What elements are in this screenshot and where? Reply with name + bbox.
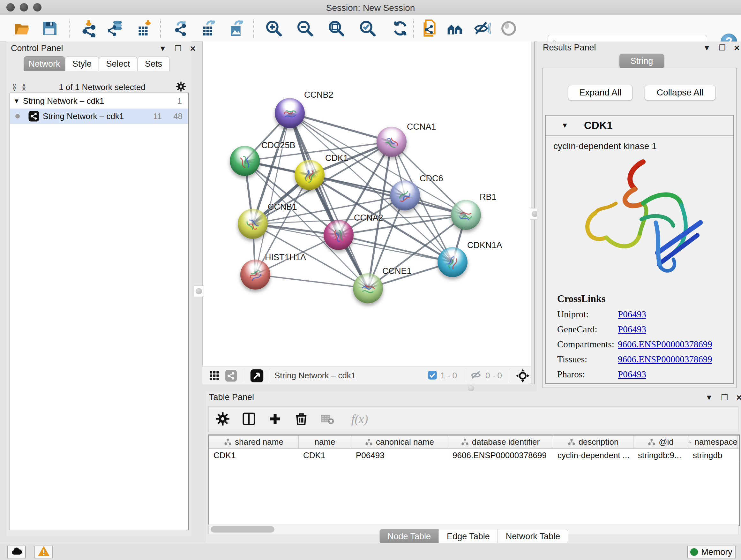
crosslink-link[interactable]: 9606.ENSP00000378699 (618, 354, 712, 365)
node-CCNA1[interactable] (377, 127, 407, 157)
columns-icon[interactable] (241, 411, 257, 427)
refresh-icon[interactable] (391, 19, 409, 37)
float-panel-icon[interactable]: ❒ (175, 44, 182, 53)
tab-edge-table[interactable]: Edge Table (439, 529, 498, 544)
table-row[interactable]: CDK1CDK1P064939606.ENSP00000378699cyclin… (209, 449, 739, 462)
close-panel-icon[interactable]: × (736, 394, 741, 401)
crosslink-link[interactable]: P06493 (618, 309, 646, 320)
node-CDC6[interactable] (390, 180, 420, 210)
node-CDKN1A[interactable] (437, 247, 468, 277)
close-panel-icon[interactable]: × (190, 45, 196, 52)
string-network-icon (25, 111, 43, 122)
node-CCNB2[interactable] (275, 98, 305, 128)
open-in-window-icon[interactable] (249, 368, 265, 384)
tab-string[interactable]: String (619, 54, 664, 68)
node-CCNB1[interactable] (238, 209, 268, 239)
warnings-button[interactable] (35, 546, 53, 558)
column-header-namespace[interactable]: namespace (688, 435, 738, 448)
tab-network[interactable]: Network (23, 56, 65, 71)
share-network-icon[interactable] (223, 368, 239, 384)
tab-style[interactable]: Style (65, 56, 99, 71)
column-header-name[interactable]: name (299, 435, 351, 448)
zoom-fit-icon[interactable] (327, 19, 345, 37)
crosslink-link[interactable]: P06493 (618, 324, 646, 334)
table-cell[interactable]: P06493 (351, 449, 448, 462)
tab-sets[interactable]: Sets (137, 56, 170, 71)
network-options-gear-icon[interactable] (176, 81, 186, 93)
selected-checkbox[interactable] (428, 370, 437, 381)
table-cell[interactable]: stringdb (688, 449, 738, 462)
node-CDK1[interactable] (294, 160, 325, 190)
edge-CCNB2-HIST1H1A[interactable] (255, 113, 290, 274)
network-canvas[interactable]: CCNB2CCNA1CDC25BCDK1CDC6RB1CCNB1CCNA2CDK… (202, 42, 535, 367)
collection-expander-icon[interactable]: ▼ (10, 98, 23, 105)
column-header-canonical-name[interactable]: canonical name (351, 435, 448, 448)
column-header-description[interactable]: description (553, 435, 633, 448)
save-session-icon[interactable] (41, 19, 59, 37)
clear-table-icon[interactable] (319, 411, 336, 427)
collapse-section-icon[interactable]: ▼ (546, 121, 584, 130)
expand-all-icon[interactable]: ∧∧ (19, 84, 29, 91)
edge-HIST1H1A-CCNE1[interactable] (255, 274, 368, 288)
expand-all-button[interactable]: Expand All (568, 85, 632, 100)
network-document-icon[interactable] (421, 19, 439, 37)
crosslink-link[interactable]: P06493 (618, 369, 646, 380)
hide-panels-icon[interactable] (473, 19, 491, 37)
delete-column-icon[interactable] (293, 411, 310, 427)
table-cell[interactable]: CDK1 (299, 449, 351, 462)
close-panel-icon[interactable]: × (734, 45, 740, 51)
pan-crosshair-icon[interactable] (515, 368, 531, 384)
horizontal-splitter-handle[interactable] (468, 385, 474, 391)
grid-view-icon[interactable] (206, 368, 223, 384)
crosslink-link[interactable]: 9606.ENSP00000378699 (618, 339, 712, 350)
panel-menu-icon[interactable]: ▼ (703, 44, 711, 52)
collapse-all-icon[interactable]: ∨∨ (10, 84, 19, 91)
table-cell[interactable]: CDK1 (209, 449, 299, 462)
panel-menu-icon[interactable]: ▼ (159, 44, 166, 53)
left-splitter-handle[interactable] (194, 286, 204, 297)
table-cell[interactable]: 9606.ENSP00000378699 (448, 449, 553, 462)
node-CCNE1[interactable] (353, 273, 383, 303)
first-neighbors-icon[interactable] (446, 19, 464, 37)
zoom-out-icon[interactable] (296, 19, 314, 37)
export-network-icon[interactable] (172, 19, 190, 37)
zoom-in-icon[interactable] (265, 19, 283, 37)
network-row[interactable]: String Network – cdk1 11 48 (10, 109, 188, 124)
cloud-button[interactable] (7, 546, 26, 558)
float-panel-icon[interactable]: ❒ (719, 44, 726, 52)
column-header-shared-name[interactable]: shared name (209, 435, 299, 448)
network-edges-layer (203, 42, 535, 367)
column-header-database-identifier[interactable]: database identifier (448, 435, 553, 448)
zoom-selected-icon[interactable] (359, 19, 377, 37)
table-cell[interactable]: stringdb:9... (633, 449, 688, 462)
add-column-icon[interactable] (267, 411, 283, 427)
export-table-icon[interactable] (200, 19, 218, 37)
node-CDC25B[interactable] (230, 146, 260, 176)
column-label: description (579, 437, 619, 447)
panel-menu-icon[interactable]: ▼ (705, 393, 713, 402)
network-collection-row[interactable]: ▼ String Network – cdk1 1 (10, 93, 188, 109)
network-status-dot (15, 114, 20, 118)
open-session-icon[interactable] (13, 19, 30, 37)
column-header--id[interactable]: @id (633, 435, 688, 448)
float-panel-icon[interactable]: ❒ (721, 393, 728, 402)
export-image-icon[interactable] (228, 19, 246, 37)
tab-network-table[interactable]: Network Table (498, 529, 568, 544)
node-RB1[interactable] (451, 200, 481, 230)
table-cell[interactable]: cyclin-dependent ... (553, 449, 633, 462)
import-database-icon[interactable] (108, 19, 126, 37)
import-network-icon[interactable] (80, 19, 98, 37)
scrollbar-thumb[interactable] (211, 526, 274, 533)
import-table-icon[interactable] (135, 19, 153, 37)
node-CCNA2[interactable] (324, 220, 354, 250)
gear-icon[interactable] (214, 411, 231, 427)
node-label-CCNA2: CCNA2 (354, 213, 383, 223)
node-HIST1H1A[interactable] (240, 260, 270, 290)
tab-node-table[interactable]: Node Table (380, 529, 439, 544)
eye-icon[interactable] (500, 19, 518, 37)
protein-card-header[interactable]: ▼ CDK1 (546, 116, 733, 136)
function-builder-icon[interactable]: f(x) (345, 411, 374, 427)
collapse-all-button[interactable]: Collapse All (645, 85, 716, 100)
memory-button[interactable]: Memory (687, 546, 736, 558)
tab-select[interactable]: Select (99, 56, 137, 71)
